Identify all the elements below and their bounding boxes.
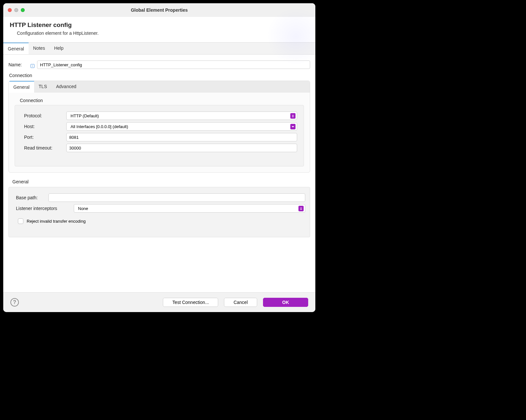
connection-tabs: General TLS Advanced — [9, 81, 310, 93]
port-input[interactable] — [66, 133, 297, 141]
page-description: Configuration element for a HttpListener… — [10, 31, 309, 36]
protocol-label: Protocol: — [24, 113, 64, 118]
title-bar: Global Element Properties — [3, 3, 315, 17]
tab-notes[interactable]: Notes — [29, 43, 50, 54]
tab-help[interactable]: Help — [49, 43, 68, 54]
connection-section-label: Connection — [9, 73, 310, 78]
connection-fieldset-label: Connection — [20, 98, 306, 103]
dialog-window: Global Element Properties HTTP Listener … — [3, 3, 315, 312]
read-timeout-row: Read timeout: — [24, 144, 297, 152]
name-input[interactable] — [37, 60, 310, 69]
ok-button[interactable]: OK — [263, 298, 308, 307]
conn-tab-general[interactable]: General — [9, 81, 34, 93]
base-path-label: Base path: — [16, 195, 46, 200]
general-section-label: General — [9, 179, 310, 184]
chevron-down-icon — [290, 124, 296, 129]
protocol-row: Protocol: HTTP (Default) — [24, 112, 297, 120]
reject-invalid-label: Reject invalid transfer encoding — [27, 219, 85, 224]
base-path-input[interactable] — [48, 193, 305, 202]
page-title: HTTP Listener config — [10, 21, 309, 29]
tab-general[interactable]: General — [3, 42, 29, 54]
dialog-header: HTTP Listener config Configuration eleme… — [3, 17, 315, 43]
help-icon[interactable]: ? — [10, 298, 19, 307]
port-row: Port: — [24, 133, 297, 141]
info-icon: i — [31, 64, 34, 68]
tab-content: Name: i Connection General TLS Advanced … — [3, 55, 315, 292]
stepper-icon — [290, 113, 296, 119]
name-row: Name: i — [8, 60, 310, 69]
host-row: Host: All Interfaces [0.0.0.0] (default) — [24, 122, 297, 131]
interceptors-value: None — [78, 206, 88, 211]
read-timeout-input[interactable] — [66, 144, 297, 152]
connection-fieldset: Protocol: HTTP (Default) Host: All Inter… — [15, 105, 304, 166]
window-title: Global Element Properties — [3, 7, 315, 13]
conn-tab-tls[interactable]: TLS — [34, 81, 52, 93]
reject-invalid-checkbox[interactable] — [18, 218, 23, 224]
connection-group: General TLS Advanced Connection Protocol… — [8, 81, 310, 173]
host-select[interactable]: All Interfaces [0.0.0.0] (default) — [66, 122, 297, 131]
dialog-footer: ? Test Connection... Cancel OK — [3, 292, 315, 312]
host-label: Host: — [24, 124, 64, 129]
interceptors-select[interactable]: None — [74, 204, 305, 213]
interceptors-row: Listener interceptors None — [16, 204, 305, 213]
read-timeout-label: Read timeout: — [24, 145, 64, 151]
connection-body: Connection Protocol: HTTP (Default) Host… — [9, 93, 310, 172]
general-group: Base path: Listener interceptors None Re… — [8, 187, 310, 237]
interceptors-label: Listener interceptors — [16, 206, 71, 211]
reject-invalid-row: Reject invalid transfer encoding — [18, 218, 305, 224]
conn-tab-advanced[interactable]: Advanced — [52, 81, 81, 93]
protocol-value: HTTP (Default) — [71, 113, 99, 118]
test-connection-button[interactable]: Test Connection... — [163, 298, 218, 307]
name-label: Name: — [8, 62, 28, 67]
protocol-select[interactable]: HTTP (Default) — [66, 112, 297, 120]
stepper-icon — [298, 206, 304, 211]
port-label: Port: — [24, 135, 64, 140]
base-path-row: Base path: — [16, 193, 305, 202]
cancel-button[interactable]: Cancel — [224, 298, 257, 307]
host-value: All Interfaces [0.0.0.0] (default) — [71, 124, 128, 129]
